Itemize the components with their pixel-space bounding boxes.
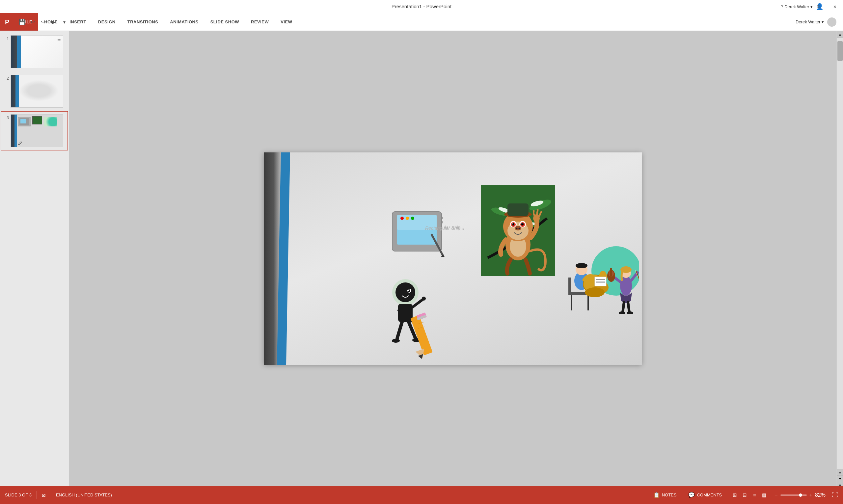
scroll-thumb[interactable] — [838, 41, 843, 61]
svg-text:P: P — [5, 18, 9, 26]
scroll-down-button-1[interactable]: ▲ — [837, 469, 843, 476]
svg-point-67 — [576, 263, 588, 268]
undo-icon[interactable]: ↩ — [29, 18, 37, 26]
slide-thumbnail-3[interactable]: 3 🖊 — [1, 112, 68, 150]
svg-point-34 — [516, 228, 518, 230]
status-bar: SLIDE 3 OF 3 ⊠ ENGLISH (UNITED STATES) 📋… — [0, 486, 843, 504]
window-controls: — ⧉ ✕ — [794, 0, 843, 13]
notes-button[interactable]: 📋 NOTES — [651, 490, 679, 499]
svg-point-88 — [619, 311, 625, 314]
svg-rect-72 — [595, 277, 606, 286]
slide-thumb-3-music — [44, 117, 57, 126]
stickman-svg — [385, 277, 458, 360]
slide-canvas[interactable]: Rectangular Snip... — [264, 152, 642, 365]
slide-thumbnail-2[interactable]: 2 — [1, 72, 68, 110]
user-avatar[interactable] — [827, 17, 837, 27]
status-separator-2 — [51, 491, 51, 499]
close-button[interactable]: ✕ — [827, 0, 843, 13]
main-slide-area[interactable]: Rectangular Snip... — [69, 31, 837, 486]
slide-thumb-subtext: - — [59, 61, 59, 63]
slide-thumbnail-1[interactable]: 1 Test - — [1, 33, 68, 71]
slide-thumb-1[interactable]: Test - — [11, 35, 63, 68]
zoom-out-button[interactable]: − — [774, 492, 777, 498]
svg-rect-8 — [441, 221, 443, 223]
reading-view-icon[interactable]: ≡ — [751, 491, 758, 499]
slide-sorter-icon[interactable]: ⊟ — [741, 491, 748, 499]
scroll-up-button[interactable]: ▲ — [837, 31, 843, 38]
svg-point-41 — [396, 283, 415, 302]
zoom-slider[interactable] — [781, 494, 807, 496]
slide-thumb-3-monkey — [32, 116, 42, 124]
slide-thumb-text: Test — [56, 38, 61, 41]
slide-thumb-3-stickman: 🖊 — [18, 141, 22, 145]
scrollbar[interactable]: ▲ ▲ ▼ ▼ — [837, 31, 843, 489]
slide-panel: 1 Test - 2 3 — [0, 31, 69, 490]
svg-rect-3 — [20, 119, 26, 123]
slide-number-3: 3 — [3, 114, 9, 120]
comments-label: COMMENTS — [697, 492, 722, 498]
tab-view[interactable]: VIEW — [275, 13, 298, 31]
svg-marker-55 — [418, 354, 424, 360]
rectangular-snip-label: Rectangular Snip... — [425, 226, 464, 231]
powerpoint-icon[interactable]: P — [0, 13, 16, 31]
normal-view-icon[interactable]: ⊞ — [731, 491, 738, 499]
status-left: SLIDE 3 OF 3 ⊠ ENGLISH (UNITED STATES) — [5, 491, 112, 499]
svg-rect-37 — [507, 203, 528, 216]
tab-design[interactable]: DESIGN — [92, 13, 122, 31]
title-bar: Presentation1 - PowerPoint ? Derek Walte… — [0, 0, 843, 13]
notes-icon: 📋 — [653, 492, 660, 498]
restore-button[interactable]: ⧉ — [810, 0, 827, 13]
zoom-in-button[interactable]: + — [809, 492, 812, 498]
comments-icon: 💬 — [688, 492, 695, 498]
tab-animations[interactable]: ANIMATIONS — [164, 13, 204, 31]
svg-point-33 — [515, 226, 521, 231]
clipart-music[interactable] — [563, 241, 639, 314]
slide-thumb-3-tablet — [18, 117, 31, 126]
svg-point-89 — [627, 311, 633, 314]
svg-rect-82 — [610, 268, 612, 276]
zoom-slider-thumb — [799, 493, 802, 497]
zoom-level: 82% — [815, 492, 826, 498]
svg-point-11 — [411, 217, 414, 220]
minimize-button[interactable]: — — [794, 0, 810, 13]
slide-thumb-3-blue — [15, 114, 17, 147]
comments-button[interactable]: 💬 COMMENTS — [686, 490, 724, 499]
more-commands-icon[interactable]: ▾ — [60, 18, 68, 26]
clipart-stickman[interactable] — [385, 277, 458, 360]
svg-point-48 — [422, 296, 426, 301]
ribbon-username: Derek Walter ▾ — [795, 19, 824, 24]
svg-point-71 — [585, 287, 605, 297]
slide-thumb-blue — [17, 36, 21, 68]
svg-point-44 — [408, 290, 409, 291]
slide-number-1: 1 — [3, 35, 9, 41]
save-icon[interactable]: 💾 — [18, 18, 26, 26]
slide-thumb-3[interactable]: 🖊 — [11, 114, 63, 147]
slide-number-2: 2 — [3, 75, 9, 80]
fit-slide-button[interactable]: ⛶ — [832, 491, 838, 499]
svg-rect-7 — [441, 217, 443, 219]
scroll-down-button-2[interactable]: ▼ — [837, 476, 843, 482]
notes-label: NOTES — [662, 492, 677, 498]
redo-icon[interactable]: ↪ — [39, 18, 47, 26]
svg-line-87 — [628, 302, 629, 312]
ribbon-user: Derek Walter ▾ — [795, 13, 843, 31]
clipart-monkey[interactable] — [481, 185, 555, 276]
slide-thumb-2[interactable] — [11, 75, 63, 108]
svg-rect-64 — [568, 277, 571, 294]
tab-review[interactable]: REVIEW — [245, 13, 275, 31]
tab-transitions[interactable]: TRANSITIONS — [122, 13, 164, 31]
svg-point-9 — [400, 217, 404, 220]
ribbon: P FILE HOME INSERT DESIGN TRANSITIONS AN… — [0, 13, 843, 31]
present-icon[interactable]: ▶ — [50, 18, 58, 26]
status-separator-1 — [37, 491, 37, 499]
tab-slideshow[interactable]: SLIDE SHOW — [204, 13, 245, 31]
clipart-tablet[interactable] — [389, 205, 448, 264]
music-svg — [563, 241, 639, 314]
svg-point-51 — [392, 339, 400, 343]
language[interactable]: ENGLISH (UNITED STATES) — [56, 492, 112, 498]
presenter-view-icon[interactable]: ▦ — [761, 491, 768, 499]
monkey-svg — [481, 185, 555, 276]
status-right: 📋 NOTES 💬 COMMENTS ⊞ ⊟ ≡ ▦ − + 82% ⛶ — [651, 490, 838, 499]
quick-access-bar: 💾 ↩ ↪ ▶ ▾ — [18, 14, 68, 30]
error-icon[interactable]: ⊠ — [42, 492, 46, 498]
